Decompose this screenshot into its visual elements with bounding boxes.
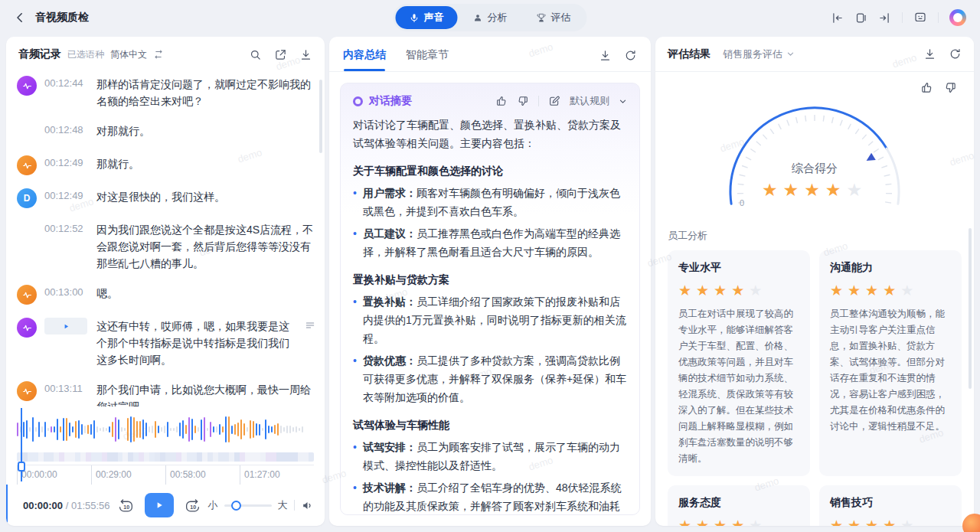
divider (294, 500, 295, 511)
waveform-bar (283, 427, 285, 432)
speaker-icon[interactable] (301, 499, 314, 512)
download-icon[interactable] (299, 48, 312, 61)
waveform-time-axis: 00:00:0000:29:0000:58:0001:27:00 (17, 465, 314, 485)
waveform-bar (41, 426, 43, 432)
evaluation-scrollbar[interactable] (969, 228, 972, 389)
transcript-row[interactable]: 00:12:49 那就行。 (17, 149, 315, 181)
refresh-icon[interactable] (949, 47, 962, 60)
tab-analysis[interactable]: 分析 (459, 6, 521, 29)
waveform-bar (250, 420, 251, 438)
bullet-dot-icon (353, 478, 357, 515)
content-summary-panel: 内容总结 智能章节 对话摘要 默认规则 (329, 37, 651, 526)
top-bar: 音视频质检 声音 分析 评估 (0, 0, 980, 35)
transcript-scrollbar[interactable] (319, 80, 322, 153)
waveform-heatstrip (17, 452, 314, 462)
waveform-avatar-icon (22, 323, 32, 333)
rewind-10-icon[interactable]: 10 (118, 498, 134, 514)
star-icon: ★ (848, 517, 865, 526)
speaker-avatar (17, 318, 37, 338)
waveform-bar (136, 421, 138, 438)
transcript-row[interactable]: 00:12:48 对那就行。 (17, 116, 315, 149)
timestamp: 00:12:44 (44, 76, 83, 89)
waveform-bar (167, 422, 168, 436)
analysis-card-stars: ★★★★★ (830, 282, 951, 299)
collapse-right-icon[interactable] (878, 11, 891, 24)
transcript-list: 00:12:44 那样的话肯定没问题了，就啊过定不影响我的名额的给空出来对吧？ … (6, 67, 325, 406)
transcript-row[interactable]: 00:13:11 那个我们申请，比如说您大概啊，最快一周给您过完吧。 (17, 374, 315, 406)
language-value: 简体中文 (110, 48, 147, 61)
volume-slider[interactable] (224, 504, 272, 507)
summary-section: 置换补贴与贷款方案 置换补贴：员工详细介绍了国家政策下的报废补贴和店内提供的1万… (353, 270, 627, 406)
audio-play-pill[interactable] (44, 318, 87, 335)
swap-language-icon[interactable] (153, 49, 164, 60)
person-icon (473, 13, 483, 23)
waveform-bar (243, 423, 245, 435)
waveform-bar (84, 426, 86, 433)
waveform-bar (204, 417, 205, 441)
waveform-bar (182, 420, 184, 439)
waveform-bar (271, 426, 273, 432)
forward-10-icon[interactable]: 10 (185, 498, 201, 514)
overall-score-gauge: 0 综合得分 ★★★★★ (715, 96, 914, 215)
search-icon[interactable] (249, 48, 262, 61)
tab-evaluate-label: 评估 (551, 11, 571, 24)
download-icon[interactable] (923, 47, 936, 60)
feedback-icon[interactable] (913, 11, 927, 24)
back-button[interactable] (14, 11, 26, 24)
waveform-bar (161, 427, 162, 432)
refresh-icon[interactable] (624, 49, 637, 62)
tab-voice[interactable]: 声音 (396, 6, 458, 29)
time-axis-tick: 00:00:00 (17, 465, 91, 485)
star-icon: ★ (830, 282, 848, 299)
tab-content-summary[interactable]: 内容总结 (343, 48, 386, 71)
transcript-row[interactable]: 00:12:52 因为我们跟您说这个全都是按这4S店流程，不会跟您说对啊一套，然… (17, 214, 315, 278)
transcript-row[interactable]: D 00:12:49 对这是很快的，我们这样。 (17, 181, 315, 214)
thumbs-down-icon[interactable] (517, 95, 529, 107)
timestamp: 00:12:52 (44, 221, 83, 234)
timestamp: 00:12:48 (44, 122, 83, 135)
waveform-bars[interactable] (17, 408, 314, 451)
summary-title: 对话摘要 (369, 94, 412, 108)
export-icon[interactable] (274, 48, 287, 61)
tab-smart-chapters[interactable]: 智能章节 (406, 48, 449, 71)
thumbs-down-icon[interactable] (944, 81, 957, 94)
summary-sections: 关于车辆配置和颜色选择的讨论 用户需求：顾客对车辆颜色有明确偏好，倾向于浅灰色或… (353, 162, 627, 515)
bullet-dot-icon (353, 292, 357, 348)
time-axis-tick: 00:58:00 (165, 465, 240, 485)
divider (938, 12, 939, 23)
playhead-handle[interactable] (18, 462, 25, 472)
evaluation-scheme-selector[interactable]: 销售服务评估 (723, 47, 795, 61)
summary-bullet: 技术讲解：员工介绍了全铝车身的优势、48伏轻混系统的功能及其质保政策，并解答了顾… (353, 478, 627, 515)
waveform-bar (234, 424, 236, 435)
analysis-card-title: 沟通能力 (830, 261, 951, 275)
thumbs-up-icon[interactable] (495, 95, 508, 107)
transcript-row[interactable]: 00:13:00 嗯。 (17, 278, 315, 311)
tab-voice-label: 声音 (424, 11, 444, 24)
waveform-bar (142, 419, 144, 440)
row-menu-icon[interactable] (305, 318, 315, 331)
app-logo[interactable] (949, 9, 966, 26)
waveform-bar (44, 422, 46, 436)
summary-ring-icon (353, 96, 363, 106)
message-text: 对那就行。 (96, 122, 315, 139)
overall-score-label: 综合得分 (715, 162, 914, 176)
chevron-down-icon[interactable] (619, 97, 627, 106)
trophy-icon (537, 13, 547, 23)
transcript-row[interactable]: 这还有中转，哎师傅，嗯，如果我要是这个那个中转指标是说中转指标是我们我们这多长时… (17, 311, 315, 374)
summary-section-bullets: 置换补贴：员工详细介绍了国家政策下的报废补贴和店内提供的1万元置换补贴，同时说明… (353, 292, 627, 406)
volume-knob[interactable] (231, 501, 241, 511)
star-icon: ★ (749, 282, 766, 299)
layout-icon[interactable] (854, 11, 867, 24)
transcript-row[interactable]: 00:12:44 那样的话肯定没问题了，就啊过定不影响我的名额的给空出来对吧？ (17, 69, 315, 116)
play-button[interactable] (145, 493, 174, 517)
collapse-left-icon[interactable] (831, 11, 844, 24)
tab-evaluate[interactable]: 评估 (523, 6, 585, 29)
waveform-bar (210, 422, 211, 437)
waveform-bar (213, 426, 214, 432)
download-icon[interactable] (599, 49, 612, 62)
waveform-bar (155, 421, 156, 437)
rule-selector-label[interactable]: 默认规则 (570, 94, 609, 108)
edit-icon[interactable] (548, 95, 560, 107)
thumbs-up-icon[interactable] (920, 81, 933, 94)
waveform-block[interactable]: 00:00:0000:29:0000:58:0001:27:00 (6, 408, 325, 485)
